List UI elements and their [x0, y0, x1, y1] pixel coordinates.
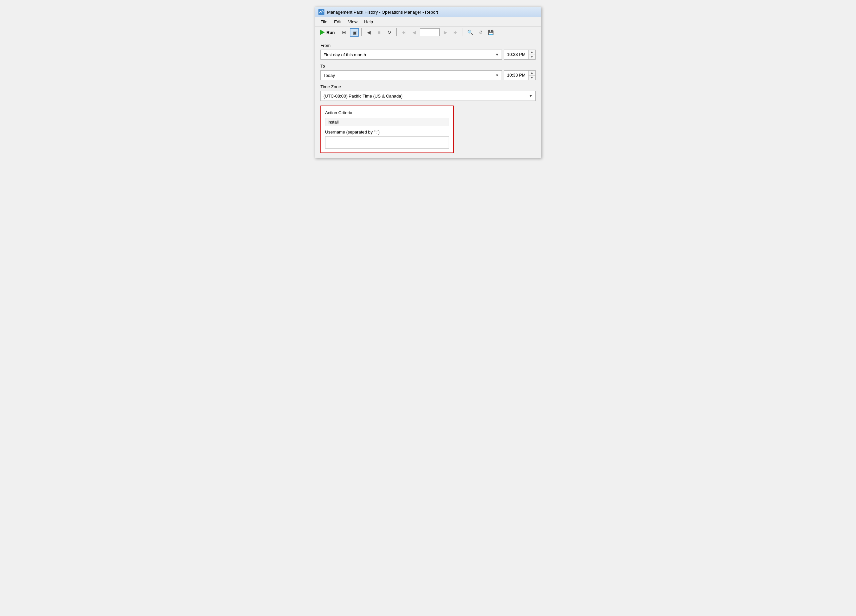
from-time-arrows: ▲ ▼	[528, 50, 535, 59]
print-button[interactable]: 🖨	[476, 28, 485, 37]
from-time-up-button[interactable]: ▲	[529, 50, 535, 55]
separator-2	[396, 28, 397, 36]
back-icon: ◀	[367, 30, 371, 35]
run-label: Run	[326, 30, 335, 35]
first-page-button[interactable]: ⏮	[399, 28, 408, 37]
to-time-down-button[interactable]: ▼	[529, 75, 535, 80]
stop-button[interactable]: ■	[374, 28, 384, 37]
timezone-dropdown[interactable]: (UTC-08:00) Pacific Time (US & Canada) ▼	[320, 91, 536, 101]
from-label: From	[320, 43, 536, 48]
page-view-button[interactable]: ▣	[350, 28, 359, 37]
to-dropdown-value: Today	[323, 73, 335, 78]
separator-3	[463, 28, 463, 36]
app-icon	[319, 9, 325, 15]
stop-icon: ■	[378, 30, 380, 35]
first-page-icon: ⏮	[401, 30, 406, 35]
content-area: From First day of this month ▼ 10:33 PM …	[315, 38, 541, 158]
username-label: Username (separated by ";")	[325, 129, 449, 135]
from-time-down-button[interactable]: ▼	[529, 55, 535, 60]
export-icon: 💾	[488, 30, 494, 35]
menu-help[interactable]: Help	[362, 18, 376, 25]
prev-page-button[interactable]: ◀	[410, 28, 419, 37]
menu-file[interactable]: File	[318, 18, 330, 25]
toolbar: Run ⊞ ▣ ◀ ■ ↻ ⏮ ◀ ▶ ⏭	[315, 27, 541, 38]
zoom-icon: 🔍	[467, 30, 473, 35]
menu-bar: File Edit View Help	[315, 17, 541, 27]
to-label: To	[320, 64, 536, 69]
back-button[interactable]: ◀	[364, 28, 373, 37]
window-title: Management Pack History - Operations Man…	[327, 10, 438, 15]
criteria-section: Action Criteria Install Username (separa…	[320, 106, 454, 153]
from-dropdown[interactable]: First day of this month ▼	[320, 50, 502, 60]
timezone-label: Time Zone	[320, 84, 536, 89]
page-number-input[interactable]	[420, 28, 440, 36]
timezone-dropdown-arrow-icon: ▼	[529, 94, 533, 98]
menu-edit[interactable]: Edit	[331, 18, 344, 25]
timezone-value: (UTC-08:00) Pacific Time (US & Canada)	[323, 94, 403, 98]
grid-view-button[interactable]: ⊞	[339, 28, 349, 37]
next-page-icon: ▶	[443, 30, 447, 35]
print-icon: 🖨	[478, 30, 483, 35]
username-input[interactable]	[325, 137, 449, 149]
to-time-up-button[interactable]: ▲	[529, 71, 535, 75]
to-dropdown-arrow-icon: ▼	[495, 73, 499, 77]
criteria-section-label: Action Criteria	[325, 110, 449, 115]
from-dropdown-value: First day of this month	[323, 52, 366, 57]
zoom-button[interactable]: 🔍	[465, 28, 475, 37]
to-time-value: 10:33 PM	[504, 71, 528, 80]
last-page-icon: ⏭	[453, 30, 458, 35]
refresh-button[interactable]: ↻	[385, 28, 394, 37]
main-window: Management Pack History - Operations Man…	[315, 7, 541, 158]
grid-view-icon: ⊞	[342, 30, 346, 35]
from-dropdown-arrow-icon: ▼	[495, 52, 499, 57]
export-button[interactable]: 💾	[486, 28, 495, 37]
from-row: First day of this month ▼ 10:33 PM ▲ ▼	[320, 50, 536, 60]
to-dropdown[interactable]: Today ▼	[320, 70, 502, 80]
to-time-spinner: 10:33 PM ▲ ▼	[504, 70, 536, 80]
last-page-button[interactable]: ⏭	[451, 28, 460, 37]
title-bar: Management Pack History - Operations Man…	[315, 7, 541, 17]
to-time-arrows: ▲ ▼	[528, 71, 535, 80]
run-button[interactable]: Run	[318, 28, 339, 36]
prev-page-icon: ◀	[413, 30, 416, 35]
timezone-row: Time Zone (UTC-08:00) Pacific Time (US &…	[320, 84, 536, 101]
refresh-icon: ↻	[387, 30, 391, 35]
action-criteria-value: Install	[325, 118, 449, 126]
run-icon	[320, 30, 325, 35]
from-time-spinner: 10:33 PM ▲ ▼	[504, 50, 536, 60]
from-time-value: 10:33 PM	[504, 50, 528, 59]
next-page-button[interactable]: ▶	[441, 28, 450, 37]
menu-view[interactable]: View	[345, 18, 360, 25]
page-view-icon: ▣	[353, 30, 357, 35]
to-row: Today ▼ 10:33 PM ▲ ▼	[320, 70, 536, 80]
